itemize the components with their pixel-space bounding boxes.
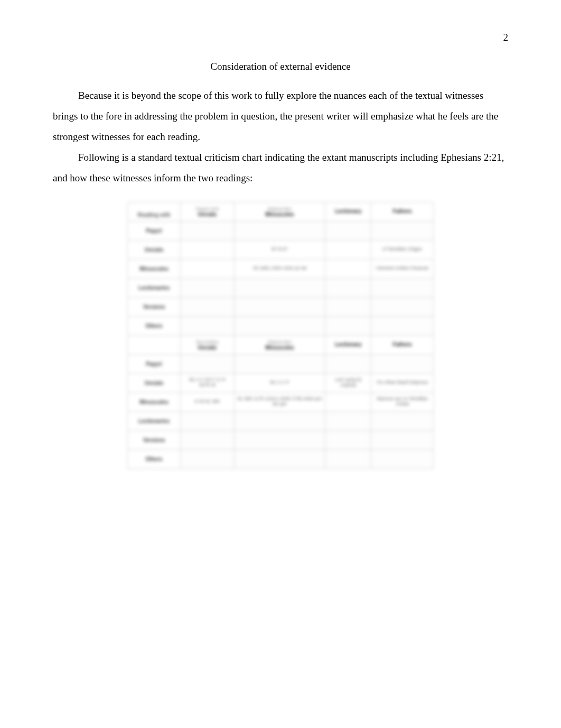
table-cell: [181, 259, 235, 278]
table-row-label: Versions: [128, 430, 181, 449]
section1-header-col4: Fathers: [371, 202, 434, 221]
table-cell: [325, 278, 371, 297]
table-row-label: Minuscules: [128, 392, 181, 411]
table-cell: [371, 278, 434, 297]
section2-header-col1: Secondary Uncials: [181, 335, 235, 354]
table-cell: [325, 411, 371, 430]
table-cell: [234, 411, 325, 430]
table-cell: Ps-Athan Basil Didymus: [371, 373, 434, 392]
table-cell: [325, 392, 371, 411]
table-cell: 81 365 1175 1241s 1505 1739 2464 pm lat …: [234, 392, 325, 411]
table-cell: [181, 354, 235, 373]
table-cell: [234, 449, 325, 468]
page-number: 2: [503, 32, 509, 43]
chart-wrapper: Reading with Papyri and Uncials Majuscul…: [53, 202, 508, 469]
table-cell: [181, 278, 235, 297]
table-cell: [371, 449, 434, 468]
table-cell: [234, 278, 325, 297]
table-cell: [371, 316, 434, 335]
table-cell: [371, 354, 434, 373]
table-row-label: Uncials: [128, 373, 181, 392]
table-row-label: Papyri: [128, 221, 181, 240]
textual-criticism-chart: Reading with Papyri and Uncials Majuscul…: [127, 202, 434, 469]
table-row-label: Others: [128, 316, 181, 335]
table-cell: ℵc A C D2 F G Ψ 0278 𝔐: [181, 373, 235, 392]
table-cell: [181, 411, 235, 430]
section2-header-col2: Majuscules Minuscules: [234, 335, 325, 354]
section1-header-col2: Majuscules Minuscules: [234, 202, 325, 221]
table-row-label: Papyri: [128, 354, 181, 373]
section2-header-col4: Fathers: [371, 335, 434, 354]
section-heading: Consideration of external evidence: [53, 61, 508, 72]
table-cell: [234, 297, 325, 316]
table-cell: cf Tertullian Origen: [371, 240, 434, 259]
table-cell: [181, 297, 235, 316]
table-row-label: Minuscules: [128, 259, 181, 278]
table-cell: Clement Ambst Chrysost: [371, 259, 434, 278]
table-cell: [234, 221, 325, 240]
table-cell: [234, 316, 325, 335]
table-cell: [234, 354, 325, 373]
section2-header-col3: Lectionary: [325, 335, 371, 354]
table-cell: ℵc A C P: [234, 373, 325, 392]
table-row-label: Lectionaries: [128, 278, 181, 297]
section2-top-left: [128, 335, 181, 354]
table-cell: [325, 316, 371, 335]
table-cell: 33 1881 2464 424c pc lat: [234, 259, 325, 278]
table-cell: [325, 240, 371, 259]
content-area: Consideration of external evidence Becau…: [53, 61, 508, 469]
table-cell: [234, 430, 325, 449]
table-cell: 6 33 81 365: [181, 392, 235, 411]
table-cell: [371, 221, 434, 240]
table-cell: [371, 411, 434, 430]
table-cell: [181, 316, 235, 335]
table-cell: [181, 240, 235, 259]
table-cell: [181, 221, 235, 240]
table-row-label: Others: [128, 449, 181, 468]
section1-top-left: Reading with: [128, 202, 181, 221]
table-cell: [325, 259, 371, 278]
table-cell: [371, 430, 434, 449]
table-cell: [325, 430, 371, 449]
table-row-label: Versions: [128, 297, 181, 316]
table-cell: [371, 297, 434, 316]
table-cell: [325, 354, 371, 373]
table-cell: [325, 449, 371, 468]
paragraph-1: Because it is beyond the scope of this w…: [53, 86, 508, 148]
table-cell: [181, 430, 235, 449]
table-cell: ℵ* B D*: [234, 240, 325, 259]
section1-header-col3: Lectionary: [325, 202, 371, 221]
table-cell: [325, 221, 371, 240]
section1-header-col1: Papyri and Uncials: [181, 202, 235, 221]
table-cell: Lect syr(p,h) cop(sa): [325, 373, 371, 392]
table-cell: Marcion acc to Tertullian Ambst: [371, 392, 434, 411]
table-row-label: Uncials: [128, 240, 181, 259]
table-cell: [325, 297, 371, 316]
paragraph-2: Following is a standard textual criticis…: [53, 148, 508, 189]
table-cell: [181, 449, 235, 468]
table-row-label: Lectionaries: [128, 411, 181, 430]
